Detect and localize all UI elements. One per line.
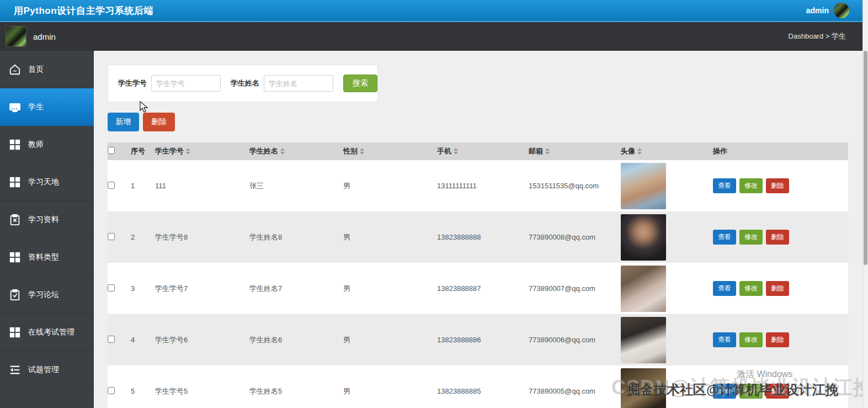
row-checkbox[interactable] [108, 284, 115, 292]
cell-name: 学生姓名8 [249, 211, 343, 263]
sidebar-item-teachers[interactable]: 教师 [0, 126, 94, 163]
student-avatar-photo [621, 214, 666, 261]
sidebar-item-label: 学习天地 [28, 177, 59, 187]
sidebar-item-material-types[interactable]: 资料类型 [0, 239, 94, 276]
view-button[interactable]: 查看 [713, 178, 736, 193]
student-avatar-photo [621, 266, 666, 312]
sidebar-item-home[interactable]: 首页 [0, 51, 94, 88]
row-delete-button[interactable]: 删除 [766, 281, 789, 296]
topbar-user-area[interactable]: admin [806, 3, 868, 18]
cell-phone: 13823888885 [437, 365, 529, 408]
view-button[interactable]: 查看 [713, 332, 736, 347]
sidebar-item-label: 学习论坛 [28, 290, 59, 300]
cell-student-no: 学生学号6 [155, 314, 249, 365]
student-avatar-photo [621, 163, 666, 209]
col-index: 序号 [131, 142, 155, 160]
profile-avatar [6, 26, 26, 47]
sidebar-item-label: 试题管理 [28, 365, 59, 375]
cell-gender: 男 [343, 365, 437, 408]
sidebar-item-online-exam[interactable]: 在线考试管理 [0, 314, 94, 351]
students-table: 序号 学生学号 学生姓名 性别 手机 邮箱 头像 操作 1 111 [108, 142, 848, 408]
row-delete-button[interactable]: 删除 [766, 332, 789, 347]
edit-button[interactable]: 修改 [739, 178, 763, 193]
cell-student-no: 学生学号7 [155, 263, 249, 314]
cell-index: 4 [131, 314, 155, 365]
col-avatar: 头像 [621, 142, 713, 160]
row-checkbox[interactable] [108, 336, 115, 343]
subbar-profile: admin [0, 26, 56, 47]
student-id-input[interactable] [151, 75, 221, 92]
subbar: admin Dashboard > 学生 [0, 22, 868, 51]
sidebar-item-students[interactable]: 学生 [0, 88, 94, 126]
student-name-label: 学生姓名 [231, 78, 259, 88]
toolbar: 新增 删除 [108, 113, 175, 131]
row-delete-button[interactable]: 删除 [766, 178, 789, 193]
cell-gender: 男 [343, 314, 437, 365]
sidebar-item-study-zone[interactable]: 学习天地 [0, 163, 94, 201]
sort-icon[interactable] [186, 148, 190, 155]
cell-gender: 男 [343, 263, 437, 314]
sidebar-item-study-forum[interactable]: 学习论坛 [0, 276, 94, 314]
student-id-label: 学生学号 [118, 78, 147, 88]
sidebar-item-label: 首页 [28, 65, 44, 75]
app-title: 用Python设计自主学习系统后端 [0, 4, 153, 17]
cell-email: 773890006@qq.com [529, 314, 621, 365]
clipboard-check-icon [8, 288, 22, 301]
sort-icon[interactable] [454, 148, 458, 155]
row-checkbox[interactable] [108, 182, 115, 189]
sidebar-item-study-materials[interactable]: 学习资料 [0, 201, 94, 239]
select-all-checkbox[interactable] [108, 147, 115, 154]
cell-phone: 13823888886 [437, 314, 529, 365]
col-phone: 手机 [437, 142, 529, 160]
sort-icon[interactable] [280, 148, 285, 155]
topbar: 用Python设计自主学习系统后端 admin [0, 0, 868, 22]
row-checkbox[interactable] [108, 233, 115, 240]
row-checkbox[interactable] [108, 387, 115, 394]
cell-email: 773890005@qq.com [529, 365, 621, 408]
student-name-input[interactable] [264, 75, 333, 92]
view-button[interactable]: 查看 [713, 230, 736, 245]
cell-index: 1 [131, 160, 155, 211]
scrollbar-thumb[interactable] [864, 51, 867, 265]
sidebar-item-label: 在线考试管理 [28, 327, 74, 337]
app-window: 用Python设计自主学习系统后端 admin admin Dashboard … [0, 0, 868, 408]
breadcrumb: Dashboard > 学生 [789, 31, 868, 41]
edit-button[interactable]: 修改 [739, 281, 763, 296]
cell-index: 3 [131, 263, 155, 314]
col-name: 学生姓名 [249, 142, 343, 160]
edit-button[interactable]: 修改 [739, 332, 763, 347]
view-button[interactable]: 查看 [713, 281, 736, 296]
search-button[interactable]: 搜索 [343, 75, 377, 92]
sort-icon[interactable] [637, 148, 642, 155]
col-actions: 操作 [713, 142, 848, 160]
watermark-text: 掘金技术社区@计算机毕业设计江挽 [627, 381, 838, 399]
cell-gender: 男 [343, 211, 437, 263]
add-button[interactable]: 新增 [108, 113, 139, 131]
col-email: 邮箱 [529, 142, 621, 160]
col-gender: 性别 [343, 142, 437, 160]
cell-student-no: 111 [155, 160, 249, 211]
subbar-username: admin [33, 32, 56, 41]
student-icon [8, 100, 22, 114]
col-student-no: 学生学号 [155, 142, 249, 160]
row-delete-button[interactable]: 删除 [766, 230, 789, 245]
cell-index: 5 [131, 365, 155, 408]
table-row: 1 111 张三 男 13111111111 1531511535@qq.com… [108, 160, 848, 211]
delete-button[interactable]: 删除 [143, 113, 175, 131]
edit-button[interactable]: 修改 [739, 230, 763, 245]
cell-name: 学生姓名6 [249, 314, 343, 365]
sort-icon[interactable] [360, 148, 364, 155]
vertical-scrollbar[interactable] [862, 0, 868, 408]
sidebar-item-label: 资料类型 [28, 252, 59, 262]
cell-student-no: 学生学号8 [155, 211, 249, 263]
sidebar-item-label: 学生 [28, 102, 44, 112]
user-avatar-icon[interactable] [834, 3, 849, 18]
sort-icon[interactable] [545, 148, 550, 155]
cell-name: 学生姓名7 [249, 263, 343, 314]
topbar-username: admin [806, 6, 829, 15]
sidebar-item-question-management[interactable]: 试题管理 [0, 351, 94, 389]
table-header-row: 序号 学生学号 学生姓名 性别 手机 邮箱 头像 操作 [108, 142, 848, 160]
table-row: 2 学生学号8 学生姓名8 男 13823888888 773890008@qq… [108, 211, 848, 263]
cell-index: 2 [131, 211, 155, 263]
grid-icon [8, 251, 22, 264]
